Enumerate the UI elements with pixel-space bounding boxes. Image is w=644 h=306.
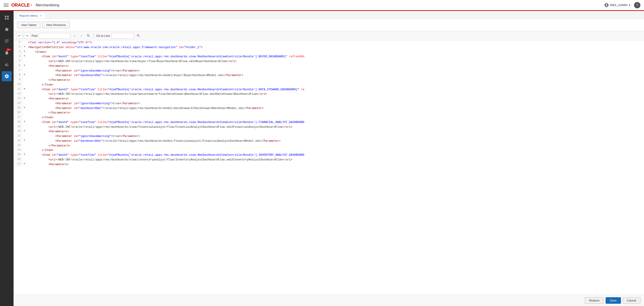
line-number: 11 xyxy=(14,87,22,92)
help-button[interactable]: ? xyxy=(634,2,640,8)
line-content: </Parameters> xyxy=(26,144,644,148)
line-content: <url>/WEB-INF/oracle/retail/apps/rms/das… xyxy=(26,92,644,97)
sidebar-item-notifications[interactable]: 99+ xyxy=(2,48,12,58)
fold-button[interactable]: ▼ xyxy=(22,45,26,50)
svg-point-0 xyxy=(606,4,607,5)
hamburger-menu-button[interactable] xyxy=(4,3,8,7)
sidebar-item-favorites[interactable] xyxy=(2,24,12,34)
line-number: 19 xyxy=(14,125,22,130)
save-button[interactable]: Save xyxy=(606,297,621,304)
tab-reports-menu[interactable]: Reports Menu ✕ xyxy=(16,12,45,19)
editor-toolbar: ↩ ↪ Find ‹ › Go to Line xyxy=(14,31,644,40)
table-row: 20 ▼ <Parameters> xyxy=(14,129,644,134)
line-number: 22 xyxy=(14,139,22,144)
line-number: 13 xyxy=(14,97,22,101)
fold-button[interactable]: ▼ xyxy=(22,50,26,55)
line-content: <Parameter id="dashboardXml">/oracle/ret… xyxy=(26,106,644,111)
fold-button[interactable]: ▼ xyxy=(22,64,26,69)
line-content: </Parameters> xyxy=(26,78,644,83)
fold-button[interactable] xyxy=(22,144,26,148)
find-next-button[interactable]: › xyxy=(78,33,84,38)
restore-button[interactable]: Restore xyxy=(585,297,604,304)
find-input[interactable] xyxy=(39,33,70,39)
fold-button[interactable] xyxy=(22,59,26,64)
content-area: Reports Menu ✕ View Tables View Revision… xyxy=(14,11,644,306)
fold-button[interactable] xyxy=(22,40,26,45)
user-menu[interactable]: RMS_ADMIN ▾ xyxy=(604,3,630,7)
line-number: 4 xyxy=(14,54,22,59)
line-content: <Parameters> xyxy=(26,162,644,167)
goto-search-button[interactable] xyxy=(135,32,142,39)
sidebar-item-grid[interactable] xyxy=(2,13,12,22)
tab-close-button[interactable]: ✕ xyxy=(40,14,42,17)
table-row: 24 </Item> xyxy=(14,148,644,153)
fold-button[interactable] xyxy=(22,115,26,120)
view-revisions-button[interactable]: View Revisions xyxy=(42,22,70,28)
fold-button[interactable]: ▼ xyxy=(22,139,26,144)
table-row: 17 </Item> xyxy=(14,115,644,120)
line-number: 7 xyxy=(14,69,22,73)
line-content: <NavigationDefinition xmlns="urn:www.ora… xyxy=(26,45,644,50)
left-sidebar: 99+ xyxy=(0,11,14,306)
line-number: 14 xyxy=(14,101,22,106)
code-editor[interactable]: 1 <?xml version="1.0" encoding="UTF-8"?>… xyxy=(14,40,644,295)
line-number: 24 xyxy=(14,148,22,153)
line-number: 5 xyxy=(14,59,22,64)
goto-input[interactable] xyxy=(111,33,134,39)
view-tables-button[interactable]: View Tables xyxy=(17,22,40,28)
fold-button[interactable]: ▼ xyxy=(22,54,26,59)
cancel-button[interactable]: Cancel xyxy=(623,297,640,304)
fold-button[interactable]: ▼ xyxy=(22,153,26,157)
line-content: <Parameters> xyxy=(26,64,644,69)
fold-button[interactable] xyxy=(22,78,26,83)
svg-rect-3 xyxy=(5,18,6,19)
line-content: </Item> xyxy=(26,115,644,120)
fold-button[interactable] xyxy=(22,69,26,73)
line-content: <Item id="dash3" type="taskflow" title="… xyxy=(26,120,644,125)
goto-label: Go to Line xyxy=(96,34,110,37)
table-row: 11 ▼ <Item id="dash2" type="taskflow" ti… xyxy=(14,87,644,92)
undo-button[interactable]: ↩ xyxy=(16,32,22,39)
fold-button[interactable] xyxy=(22,157,26,162)
fold-button[interactable]: ▼ xyxy=(22,87,26,92)
fold-button[interactable]: ▼ xyxy=(22,162,26,167)
tab-label: Reports Menu xyxy=(19,14,38,17)
user-dropdown-arrow: ▾ xyxy=(629,3,630,7)
line-number: 1 xyxy=(14,40,22,45)
fold-button[interactable]: ▼ xyxy=(22,97,26,101)
fold-button[interactable] xyxy=(22,92,26,97)
fold-button[interactable]: ▼ xyxy=(22,73,26,78)
sidebar-item-tasks[interactable] xyxy=(2,36,12,46)
table-row: 12 <url>/WEB-INF/oracle/retail/apps/rms/… xyxy=(14,92,644,97)
fold-button[interactable] xyxy=(22,125,26,130)
fold-button[interactable] xyxy=(22,148,26,153)
fold-button[interactable]: ▼ xyxy=(22,129,26,134)
redo-button[interactable]: ↪ xyxy=(24,32,30,39)
fold-button[interactable]: ▼ xyxy=(22,106,26,111)
fold-button[interactable] xyxy=(22,101,26,106)
fold-button[interactable] xyxy=(22,111,26,115)
table-row: 22 ▼ <Parameter id="dashboardXml">/oracl… xyxy=(14,139,644,144)
fold-button[interactable] xyxy=(22,134,26,139)
main-layout: 99+ Reports Menu ✕ View Tables View Revi… xyxy=(0,11,644,306)
table-row: 13 ▼ <Parameters> xyxy=(14,97,644,101)
search-button[interactable] xyxy=(85,32,92,39)
find-prev-button[interactable]: ‹ xyxy=(72,33,77,38)
line-content: <url>/WEB-INF/oracle/retail/apps/rms/das… xyxy=(26,125,644,130)
line-number: 6 xyxy=(14,64,22,69)
line-content: </Item> xyxy=(26,148,644,153)
table-row: 10 </Item> xyxy=(14,83,644,87)
fold-button[interactable]: ▼ xyxy=(22,120,26,125)
sidebar-item-reports[interactable] xyxy=(2,60,12,69)
fold-button[interactable] xyxy=(22,83,26,87)
sidebar-item-settings[interactable] xyxy=(2,71,12,81)
line-number: 23 xyxy=(14,144,22,148)
table-row: 3 ▼ <Items> xyxy=(14,50,644,55)
svg-rect-1 xyxy=(5,16,6,17)
code-lines: 1 <?xml version="1.0" encoding="UTF-8"?>… xyxy=(14,40,644,167)
table-row: 27 ▼ <Parameters> xyxy=(14,162,644,167)
line-number: 17 xyxy=(14,115,22,120)
toolbar-separator xyxy=(94,33,94,38)
line-number: 26 xyxy=(14,157,22,162)
oracle-text: ORACLE xyxy=(11,2,30,8)
